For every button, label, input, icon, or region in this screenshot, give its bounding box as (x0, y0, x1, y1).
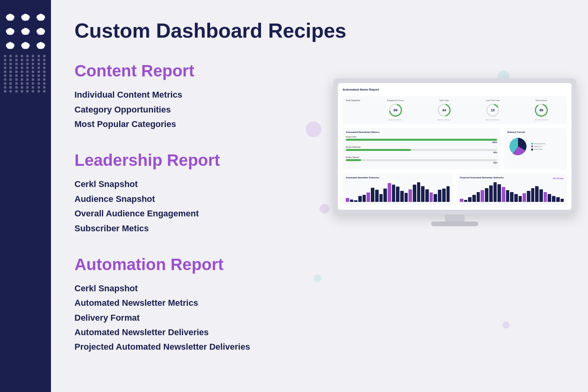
sidebar-dot (43, 82, 45, 85)
content-left-panel: Content Report Individual Content Metric… (74, 62, 341, 374)
list-item: Overall Audience Engagement (74, 206, 341, 221)
sidebar-dot (38, 63, 40, 65)
snap-value-1: 44 (442, 108, 446, 112)
sidebar-dot (4, 90, 6, 93)
sidebar-dot (43, 74, 45, 77)
sidebar-dot (32, 59, 34, 61)
sidebar-dot (4, 86, 6, 89)
snap-sub-2: Automatic Read In (486, 119, 499, 121)
bar-fill-1 (346, 149, 411, 151)
chart-bar (442, 189, 446, 202)
sidebar-dot (43, 78, 45, 81)
snap-label-2: Lead Click Rate (486, 99, 499, 102)
svg-rect-50 (38, 47, 44, 48)
sidebar-dot (26, 67, 29, 69)
sidebar-dot (38, 86, 40, 89)
sidebar-dot (4, 59, 6, 61)
chart-bar (494, 182, 497, 202)
screen-inner: Automated News Report Cerkl Snapshot Eng… (338, 83, 572, 210)
chart-bar (523, 193, 526, 202)
sidebar-dot (38, 67, 40, 69)
chart2-sublabel: Next 30 days (553, 178, 564, 180)
chart-bar (383, 189, 387, 202)
chart-bar (485, 188, 488, 202)
circle-stat-3: 86 (534, 103, 548, 117)
sidebar-dot (38, 78, 40, 81)
sidebar-dot (26, 74, 29, 77)
sidebar-dot (15, 78, 18, 81)
sidebar-dot (32, 63, 34, 65)
chart-bar (434, 194, 437, 202)
deco-circle-5 (503, 321, 510, 328)
list-item: Cerkl Snapshot (74, 281, 341, 296)
svg-point-23 (11, 29, 14, 33)
chart-bar (502, 187, 505, 202)
svg-rect-14 (38, 18, 44, 20)
chart2-header: Projected Automated Newsletter Deliverie… (460, 176, 564, 180)
chart-title-2: Projected Automated Newsletter Deliverie… (460, 176, 504, 179)
delivery-format-panel: Delivery Format (504, 128, 567, 169)
bar-chart-2 (460, 180, 564, 202)
bar-pct-1: 43% (346, 151, 497, 154)
pie-legend: Automated One Mobile One Plain Email (531, 142, 545, 151)
circle-stat-1: 44 (437, 103, 451, 117)
chart-title-1: Automated Newsletter Deliveries (346, 176, 450, 179)
chef-hat-icon-2 (19, 12, 31, 23)
sidebar-dot (21, 67, 23, 69)
snap-label-3: Subscriptions (535, 99, 547, 102)
leadership-report-title: Leadership Report (74, 151, 341, 170)
legend-item-1: Mobile One (531, 145, 545, 148)
list-item: Delivery Format (74, 310, 341, 325)
circle-stat-2: 10 (486, 103, 500, 117)
chart-bar (363, 195, 366, 202)
automation-report-section: Automation Report Cerkl Snapshot Automat… (74, 255, 341, 354)
metrics-left-panel: Automated Newsletter Metrics Emails Sent… (343, 128, 500, 169)
metrics-title: Automated Newsletter Metrics (346, 131, 497, 133)
svg-rect-32 (38, 33, 44, 34)
sidebar-dot (32, 74, 34, 77)
bar-label-1: Emails Delivered (346, 146, 497, 148)
content-report-title: Content Report (74, 62, 341, 80)
sidebar-dot (9, 55, 12, 57)
list-item: Individual Content Metrics (74, 87, 341, 102)
sidebar-dot (15, 55, 18, 57)
chart-bar (552, 196, 555, 202)
sidebar-dot (32, 71, 34, 73)
snapshot-section-label: Cerkl Snapshot (346, 99, 369, 121)
legend-dot-2 (531, 149, 533, 151)
list-item: Cerkl Snapshot (74, 177, 341, 191)
chart-bar (430, 192, 433, 202)
sidebar-dot (26, 78, 29, 81)
bar-row-1: Emails Delivered 43% (346, 146, 497, 154)
sidebar-dot (15, 82, 18, 85)
chart-bar (375, 190, 379, 202)
legend-dot-1 (531, 145, 533, 147)
sidebar-dot (4, 78, 6, 81)
sidebar-dot (26, 71, 29, 73)
list-item: Audience Snapshot (74, 192, 341, 206)
chef-hat-icon-8 (19, 40, 31, 51)
legend-item-2: Plain Email (531, 148, 545, 151)
sidebar-dot (38, 82, 40, 85)
chart-bar (438, 190, 441, 202)
monitor-screen: Automated News Report Cerkl Snapshot Eng… (338, 83, 572, 210)
snapshot-item-1: Open Rate 44 Automatic Read In (422, 99, 466, 121)
list-item: Subscriber Metics (74, 221, 341, 236)
chart-bar (400, 191, 404, 202)
chart-bar (460, 199, 463, 202)
sidebar-dot (32, 78, 34, 81)
chart-bar (396, 187, 399, 202)
chart-bar (544, 192, 547, 202)
sidebar-dot (43, 90, 45, 93)
chart-bar (379, 194, 383, 202)
sidebar-dot (9, 71, 12, 73)
report-title: Automated News Report (343, 88, 567, 93)
sidebar-dot (4, 71, 6, 73)
svg-rect-2 (7, 18, 13, 20)
sidebar-dot (21, 82, 23, 85)
chart-bar (481, 190, 484, 202)
bar-label-0: Emails Sent (346, 136, 497, 138)
list-item: Automated Newsletter Deliveries (74, 325, 341, 339)
sidebar-dot (38, 55, 40, 57)
sidebar-dot (4, 82, 6, 85)
